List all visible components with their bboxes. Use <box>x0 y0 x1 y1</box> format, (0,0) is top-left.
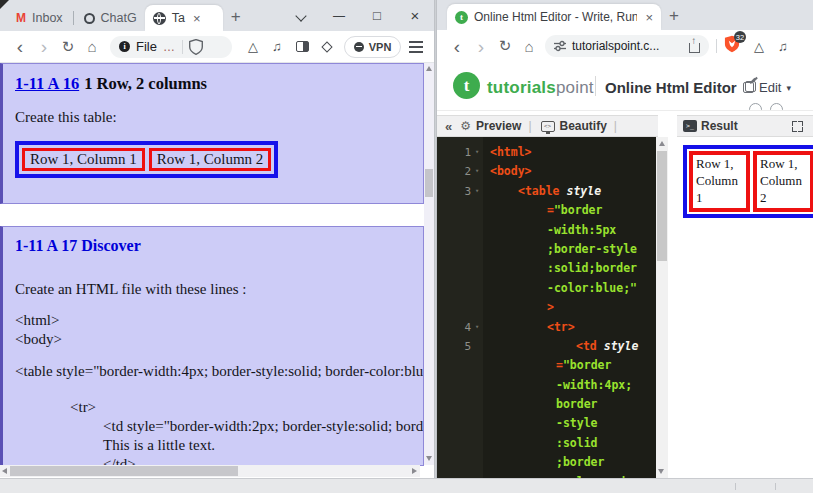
info-icon[interactable]: i <box>119 41 130 52</box>
menu-icon[interactable] <box>409 41 423 43</box>
tutorialspoint-brand[interactable]: tutorialspoint <box>487 78 594 98</box>
scroll-down-arrow[interactable] <box>426 456 432 461</box>
leo-ai-icon[interactable] <box>321 41 332 52</box>
header-divider <box>595 76 596 96</box>
code-line: -style <box>437 414 656 433</box>
address-bar[interactable]: tutorialspoint.c... <box>545 35 709 57</box>
code-text: > <box>483 298 554 317</box>
tab-close-icon[interactable]: × <box>645 10 653 25</box>
bottom-strip <box>0 478 813 493</box>
code-text: ="border <box>483 356 611 375</box>
music-extension-icon[interactable]: ♫ <box>272 39 282 54</box>
fullscreen-icon[interactable] <box>792 121 803 132</box>
line-number <box>437 240 483 259</box>
horizontal-scrollbar[interactable] <box>0 465 420 477</box>
scroll-right-arrow[interactable] <box>412 468 417 474</box>
close-button[interactable]: × <box>396 7 434 24</box>
rewards-icon[interactable]: △ <box>248 39 258 54</box>
editor-scroll-thumb[interactable] <box>657 151 667 261</box>
collapse-panel-icon[interactable]: « <box>445 119 452 134</box>
code-editor[interactable]: 1▾<html>2▾<body>3▾<table style="border-w… <box>437 137 656 478</box>
home-button[interactable]: ⌂ <box>80 38 104 55</box>
exercise-box-16: 1-11 A 161 Row, 2 columns Create this ta… <box>0 63 424 204</box>
rewards-icon[interactable]: △ <box>754 39 764 54</box>
code-text: -width:4px; <box>483 376 632 395</box>
tune-icon[interactable] <box>554 40 566 52</box>
scroll-left-arrow[interactable] <box>2 468 7 474</box>
settings-gear-icon[interactable]: ⚙ <box>460 119 471 133</box>
line-number <box>437 453 483 472</box>
horizontal-scroll-thumb[interactable] <box>10 466 238 476</box>
tab-search-button[interactable] <box>282 9 320 23</box>
code-line: -width:4px; <box>437 376 656 395</box>
share-icon[interactable] <box>689 43 700 53</box>
line-number <box>437 395 483 414</box>
reload-button[interactable]: ↻ <box>56 38 80 56</box>
code-text: ="border <box>483 201 602 220</box>
code-text: :solid <box>483 434 598 453</box>
edit-button[interactable]: Edit ▾ <box>743 80 791 95</box>
code-rows: 1▾<html>2▾<body>3▾<table style="border-w… <box>437 143 656 478</box>
chatgpt-icon <box>84 13 95 24</box>
vertical-scrollbar[interactable] <box>424 63 434 465</box>
forward-button[interactable]: › <box>469 37 493 56</box>
preview-button[interactable]: Preview <box>476 119 521 133</box>
new-tab-button[interactable]: + <box>669 6 679 26</box>
tab-inbox[interactable]: M Inbox <box>8 5 71 31</box>
code-token: :solid <box>556 436 598 450</box>
back-button[interactable]: ‹ <box>8 37 32 56</box>
reload-button[interactable]: ↻ <box>493 37 517 55</box>
back-button[interactable]: ‹ <box>445 37 469 56</box>
vpn-button[interactable]: VPN <box>344 36 402 58</box>
fold-caret-icon[interactable]: ▾ <box>471 182 483 201</box>
code-text: <html> <box>483 143 532 162</box>
tab-chatgpt[interactable]: ChatG <box>76 5 145 31</box>
address-text: File <box>136 39 157 54</box>
tab-online-html-editor[interactable]: t Online Html Editor - Write, Run × <box>447 4 661 30</box>
music-extension-icon[interactable]: ♫ <box>778 39 788 54</box>
editor-scrollbar[interactable] <box>656 137 668 478</box>
maximize-button[interactable]: □ <box>358 8 396 23</box>
code-token: <tr> <box>547 320 575 334</box>
exercise-16-title: 1 Row, 2 columns <box>84 74 207 93</box>
vpn-label: VPN <box>369 41 392 53</box>
brave-shield-icon[interactable] <box>189 39 203 55</box>
code-line: border <box>437 395 656 414</box>
fold-caret-icon[interactable]: ▾ <box>471 318 483 337</box>
line-number: 2▾ <box>437 162 483 181</box>
tab-close-icon[interactable]: × <box>193 11 201 26</box>
exercise-16-body: Create this table: <box>15 109 411 126</box>
partial-icons <box>749 103 783 111</box>
exercise-16-link[interactable]: 1-11 A 16 <box>15 74 79 93</box>
home-button[interactable]: ⌂ <box>517 38 541 55</box>
code-token: -color:blue;" <box>547 281 637 295</box>
code-text: <td style <box>483 337 638 356</box>
new-tab-button[interactable]: + <box>231 7 241 27</box>
minimize-button[interactable]: — <box>320 9 358 23</box>
code-text: -width:5px <box>483 221 616 240</box>
scroll-up-arrow[interactable] <box>659 141 665 146</box>
code-line: ="border <box>437 356 656 375</box>
tab-active-ta[interactable]: Ta × <box>145 5 223 31</box>
beautify-button[interactable]: Beautify <box>560 119 607 133</box>
forward-button[interactable]: › <box>32 37 56 56</box>
doc-code-line: <td style="border-width:2px; border-styl… <box>15 417 411 436</box>
doc-table-cell: Row 1, Column 2 <box>149 148 272 171</box>
tutorialspoint-header: t tutorialspoint Online Html Editor Edit… <box>437 62 813 111</box>
edit-pencil-icon <box>743 82 754 93</box>
sidebar-icon[interactable] <box>296 41 309 52</box>
scroll-up-arrow[interactable] <box>426 66 432 71</box>
tutorialspoint-logo[interactable]: t <box>453 72 480 99</box>
address-bar[interactable]: i File … <box>110 36 232 58</box>
tab-inbox-label: Inbox <box>32 11 63 25</box>
code-line: ="border <box>437 201 656 220</box>
code-line: ;border-style <box>437 240 656 259</box>
brave-shield-button[interactable]: 32 <box>724 35 740 57</box>
editor-toolbar: « ⚙ Preview | <> Beautify | <box>437 115 658 137</box>
toolbar-separator: | <box>614 119 617 133</box>
fold-caret-icon[interactable]: ▾ <box>471 143 483 162</box>
vertical-scroll-thumb[interactable] <box>425 169 433 197</box>
fold-caret-icon[interactable]: ▾ <box>471 162 483 181</box>
scroll-down-arrow[interactable] <box>658 469 664 474</box>
edit-label: Edit <box>759 80 781 95</box>
